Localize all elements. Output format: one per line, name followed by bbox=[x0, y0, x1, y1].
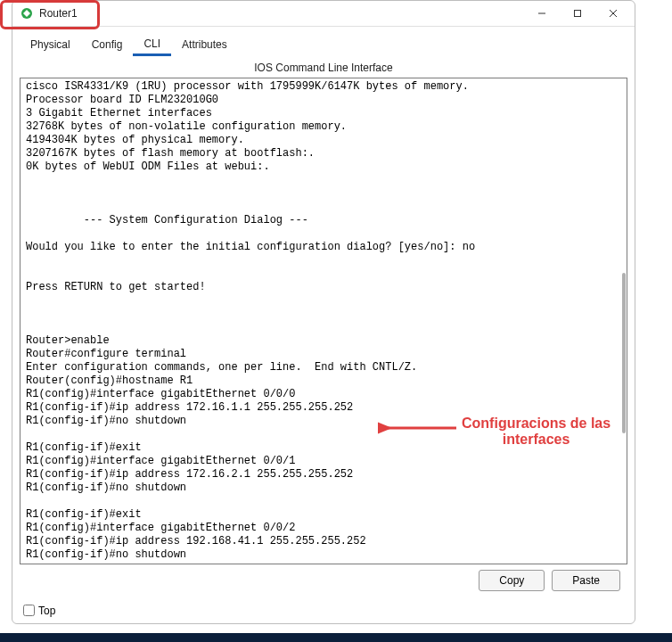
cli-output-box[interactable]: cisco ISR4331/K9 (1RU) processor with 17… bbox=[20, 78, 627, 564]
top-label: Top bbox=[38, 605, 55, 617]
tab-bar: Physical Config CLI Attributes bbox=[12, 34, 635, 56]
minimize-button[interactable] bbox=[524, 1, 560, 26]
paste-button[interactable]: Paste bbox=[552, 570, 620, 591]
top-checkbox[interactable] bbox=[23, 605, 35, 616]
tab-attributes[interactable]: Attributes bbox=[171, 35, 238, 56]
copy-button[interactable]: Copy bbox=[479, 570, 545, 591]
router-window: Router1 Physical Config CLI Attributes I… bbox=[12, 0, 635, 624]
maximize-button[interactable] bbox=[560, 1, 595, 26]
panel-title: IOS Command Line Interface bbox=[12, 56, 635, 78]
close-button[interactable] bbox=[595, 1, 631, 26]
footer: Top bbox=[12, 597, 635, 624]
tab-physical[interactable]: Physical bbox=[20, 35, 81, 56]
scrollbar-thumb[interactable] bbox=[622, 273, 626, 433]
background-strip bbox=[0, 633, 672, 642]
window-title: Router1 bbox=[39, 7, 524, 20]
titlebar: Router1 bbox=[12, 1, 635, 27]
tab-config[interactable]: Config bbox=[81, 35, 134, 56]
cli-button-row: Copy Paste bbox=[27, 570, 620, 591]
svg-rect-2 bbox=[575, 11, 581, 17]
cli-output-text[interactable]: cisco ISR4331/K9 (1RU) processor with 17… bbox=[20, 78, 627, 564]
cli-panel: cisco ISR4331/K9 (1RU) processor with 17… bbox=[20, 78, 627, 591]
tab-cli[interactable]: CLI bbox=[133, 34, 171, 56]
app-icon bbox=[20, 6, 34, 21]
